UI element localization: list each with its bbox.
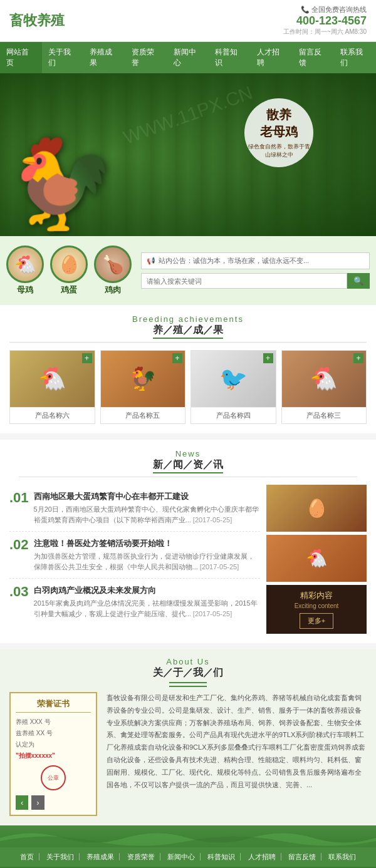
product-name-4: 产品名称三 <box>282 407 367 423</box>
nav-news[interactable]: 新闻中心 <box>167 42 209 73</box>
news-layout: .01 西南地区最大蛋鸡繁育中心在丰都开工建设 5月20日，西南地区最大蛋鸡种繁… <box>9 485 367 634</box>
product-plus-2[interactable]: + <box>172 353 182 363</box>
footer-nav-about[interactable]: 关于我们 <box>41 853 80 860</box>
cert-next[interactable]: › <box>31 795 44 810</box>
nav-honor[interactable]: 资质荣誉 <box>125 42 167 73</box>
news-title-2[interactable]: 注意啦！兽医处方签销活动要开始啦！ <box>34 538 260 549</box>
cert-content: 养殖 XXX 号 兹养殖 XX 号 认定为 "拍摆xxxxxx" <box>16 716 91 762</box>
news-desc-2: 为加强兽医处方管理，规范兽医执业行为，促进动物诊疗行业健康发展，保障兽医公共卫生… <box>34 551 260 572</box>
footer-nav-contact[interactable]: 联系我们 <box>323 853 361 860</box>
product-card-3: + 🐦 产品名称四 <box>191 350 276 424</box>
hen-icon: 🐔 <box>6 245 44 283</box>
cert-seal: 公章 <box>41 765 66 790</box>
site-header: 畜牧养殖 📞 全国免费咨询热线 400-123-4567 工作时间：周一~周六 … <box>0 0 376 42</box>
news-num-3: .03 <box>9 585 29 599</box>
footer-nav-honor[interactable]: 资质荣誉 <box>122 853 160 860</box>
news-section: News 新／闻／资／讯 .01 西南地区最大蛋鸡繁育中心在丰都开工建设 5月2… <box>0 440 376 643</box>
product-plus-3[interactable]: + <box>263 353 273 363</box>
breeding-section: Breeding achievements 养／殖／成／果 + 🐔 产品名称六 … <box>0 305 376 433</box>
category-items: 🐔 母鸡 🥚 鸡蛋 🍗 鸡肉 <box>6 245 132 296</box>
hero-desc: 绿色食自然养，散养于青 山绿林之中 <box>248 143 310 159</box>
phone-number: 400-123-4567 <box>283 14 367 28</box>
product-card-2: + 🐓 产品名称五 <box>100 350 186 424</box>
news-list: .01 西南地区最大蛋鸡繁育中心在丰都开工建设 5月20日，西南地区最大蛋鸡种繁… <box>9 485 260 634</box>
egg-label: 鸡蛋 <box>61 284 77 296</box>
category-meat[interactable]: 🍗 鸡肉 <box>94 245 132 296</box>
news-images: 🥚 🐔 精彩内容 Exciting content 更多+ <box>266 485 367 634</box>
cert-nav: ‹ › <box>16 795 91 810</box>
nav-science[interactable]: 科普知识 <box>209 42 251 73</box>
section-divider <box>9 342 367 343</box>
wave-svg <box>0 825 376 847</box>
news-content-3: 白羽肉鸡产业概况及未来发展方向 2015年家禽及肉鸡产业总体情况完美，祛相继缓慢… <box>34 585 260 619</box>
category-hen[interactable]: 🐔 母鸡 <box>6 245 44 296</box>
site-logo: 畜牧养殖 <box>9 11 65 30</box>
news-item-3: .03 白羽肉鸡产业概况及未来发展方向 2015年家禽及肉鸡产业总体情况完美，祛… <box>9 579 260 625</box>
categories-section: 🐔 母鸡 🥚 鸡蛋 🍗 鸡肉 📢 站内公告：诚信为本，市场在家，诚信永远不变..… <box>0 236 376 305</box>
section-deco <box>0 825 376 847</box>
about-title-en: About Us <box>0 657 376 666</box>
product-grid-container: + 🐔 产品名称六 + 🐓 产品名称五 + 🐦 产品名称四 + 🐔 产品名称三 <box>9 350 367 424</box>
nav-home[interactable]: 网站首页 <box>0 42 42 73</box>
hero-title: 散养 <box>266 106 291 123</box>
search-input[interactable] <box>141 273 347 289</box>
egg-icon: 🥚 <box>50 245 88 283</box>
business-hours: 工作时间：周一~周六 AM8:30 <box>283 28 367 36</box>
footer-nav-feedback[interactable]: 留言反馈 <box>283 853 321 860</box>
news-date-1: [2017-05-25] <box>193 516 232 524</box>
product-plus-4[interactable]: + <box>353 353 363 363</box>
hen-label: 母鸡 <box>17 284 33 296</box>
news-title-zh: 新／闻／资／讯 <box>153 458 223 472</box>
products-grid: + 🐔 产品名称六 + 🐓 产品名称五 + 🐦 产品名称四 + 🐔 产品名称三 <box>0 350 376 433</box>
news-desc-3: 2015年家禽及肉鸡产业总体情况完美，祛相继缓慢发展遥受影响，2015年引种量大… <box>34 598 260 619</box>
notice-search: 📢 站内公告：诚信为本，市场在家，诚信永远不变... 🔍 <box>141 252 370 289</box>
cert-prev[interactable]: ‹ <box>16 795 28 810</box>
featured-box: 精彩内容 Exciting content 更多+ <box>266 585 367 634</box>
search-button[interactable]: 🔍 <box>347 273 370 289</box>
nav-breeding[interactable]: 养殖成果 <box>83 42 125 73</box>
hero-subtitle: 老母鸡 <box>260 123 298 140</box>
product-card-4: + 🐔 产品名称三 <box>281 350 367 424</box>
product-name-2: 产品名称五 <box>101 407 185 423</box>
news-date-3: [2017-05-25] <box>193 610 232 617</box>
news-item-1: .01 西南地区最大蛋鸡繁育中心在丰都开工建设 5月20日，西南地区最大蛋鸡种繁… <box>9 485 260 532</box>
hero-badge: 散养 老母鸡 绿色食自然养，散养于青 山绿林之中 <box>244 98 313 167</box>
cert-title: 荣誉证书 <box>16 698 91 713</box>
more-button[interactable]: 更多+ <box>300 613 333 629</box>
nav-recruit[interactable]: 人才招聘 <box>251 42 293 73</box>
hero-chicken-image: 🐓 <box>6 133 116 236</box>
hotline-label: 📞 全国免费咨询热线 <box>283 5 367 14</box>
footer-nav-news[interactable]: 新闻中心 <box>162 853 201 860</box>
footer-nav-recruit[interactable]: 人才招聘 <box>243 853 281 860</box>
about-title-zh: 关／于／我／们 <box>153 666 223 683</box>
news-title-en: News <box>9 449 367 458</box>
breeding-title-en: Breeding achievements <box>0 314 376 324</box>
hotline-info: 📞 全国免费咨询热线 400-123-4567 工作时间：周一~周六 AM8:3… <box>283 5 367 36</box>
nav-contact[interactable]: 联系我们 <box>334 42 376 73</box>
nav-about[interactable]: 关于我们 <box>42 42 84 73</box>
meat-label: 鸡肉 <box>105 284 121 296</box>
news-item-2: .02 注意啦！兽医处方签销活动要开始啦！ 为加强兽医处方管理，规范兽医执业行为… <box>9 532 260 579</box>
product-name-3: 产品名称四 <box>191 407 276 423</box>
hero-banner: 🐓 散养 老母鸡 绿色食自然养，散养于青 山绿林之中 WWW.11PX.CN <box>0 73 376 236</box>
footer-nav-breeding[interactable]: 养殖成果 <box>81 853 120 860</box>
category-egg[interactable]: 🥚 鸡蛋 <box>50 245 88 296</box>
footer-nav-science[interactable]: 科普知识 <box>202 853 241 860</box>
certificate-box: 荣誉证书 养殖 XXX 号 兹养殖 XX 号 认定为 "拍摆xxxxxx" 公章… <box>9 692 97 816</box>
about-layout: 荣誉证书 养殖 XXX 号 兹养殖 XX 号 认定为 "拍摆xxxxxx" 公章… <box>0 692 376 825</box>
main-nav: 网站首页 关于我们 养殖成果 资质荣誉 新闻中心 科普知识 人才招聘 留言反馈 … <box>0 42 376 73</box>
breeding-section-title: Breeding achievements 养／殖／成／果 <box>0 305 376 342</box>
news-title-3[interactable]: 白羽肉鸡产业概况及未来发展方向 <box>34 585 260 596</box>
footer-nav-home[interactable]: 首页 <box>15 853 39 860</box>
news-num-1: .01 <box>9 491 29 505</box>
product-plus-1[interactable]: + <box>82 353 92 363</box>
meat-icon: 🍗 <box>94 245 132 283</box>
speaker-icon: 📢 <box>147 257 155 265</box>
news-content-2: 注意啦！兽医处方签销活动要开始啦！ 为加强兽医处方管理，规范兽医执业行为，促进动… <box>34 538 260 572</box>
nav-feedback[interactable]: 留言反馈 <box>293 42 335 73</box>
news-title-1[interactable]: 西南地区最大蛋鸡繁育中心在丰都开工建设 <box>34 491 260 502</box>
about-text: 畜牧设备有限公司是研发和生产工厂化、集约化养鸡、养猪等机械自动化成套畜禽饲养设备… <box>107 692 367 816</box>
product-card-1: + 🐔 产品名称六 <box>9 350 95 424</box>
news-num-2: .02 <box>9 538 29 552</box>
footer-nav: 首页 关于我们 养殖成果 资质荣誉 新闻中心 科普知识 人才招聘 留言反馈 联系… <box>0 847 376 867</box>
